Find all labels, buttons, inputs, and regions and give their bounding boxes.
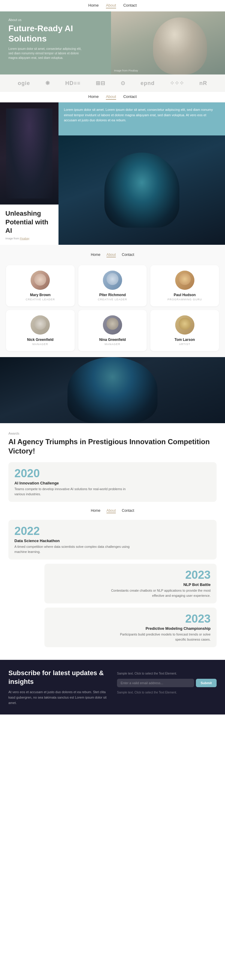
team-role-5: Artist <box>154 343 215 346</box>
award-card-0: 2020 AI Innovation Challenge Teams compe… <box>8 462 217 502</box>
hero-image-label: Image from Pixabay <box>114 69 138 72</box>
unleash-title: Unleashing Potential with AI <box>5 209 53 235</box>
team-role-3: Manager <box>10 343 71 346</box>
hero-label: About us <box>8 18 86 22</box>
unleash-title-area: Unleashing Potential with AI Image from … <box>0 205 59 245</box>
award-name-1: Data Science Hackathon <box>14 538 211 543</box>
team-role-2: Programming Guru <box>154 298 215 301</box>
award-desc-3: Participants build predictive models to … <box>109 632 211 642</box>
team-name-0: Mary Brown <box>10 293 71 297</box>
robot-visual-1 <box>0 102 59 205</box>
unleash-section: Unleashing Potential with AI Image from … <box>0 102 225 245</box>
award-nav-contact[interactable]: Contact <box>122 509 134 513</box>
award-year-3: 2023 <box>51 613 211 624</box>
award-year-1: 2022 <box>14 525 211 537</box>
team-name-5: Tom Larson <box>154 337 215 342</box>
subscribe-right: Sample text. Click to select the Text El… <box>117 669 217 705</box>
hero-text-block: About us Future-Ready AI Solutions Lorem… <box>8 18 86 60</box>
unleash-right: Lorem ipsum dolor sit amet. Lorem ipsum … <box>59 102 225 245</box>
award-card-2: 2023 NLP Bot Battle Contestants create c… <box>44 564 217 603</box>
robot-image-2 <box>59 135 225 245</box>
award-desc-0: Teams compete to develop innovative AI s… <box>14 487 135 496</box>
award-name-3: Predictive Modeling Championship <box>51 626 211 631</box>
award-card-3: 2023 Predictive Modeling Championship Pa… <box>44 608 217 647</box>
team-grid: Mary Brown Creative Leader Plter Richmon… <box>6 265 219 351</box>
nav-about[interactable]: About <box>106 3 116 8</box>
avatar-tom <box>175 315 194 334</box>
team-role-4: Manager <box>82 343 143 346</box>
nav-home[interactable]: Home <box>88 3 99 8</box>
award-card-1: 2022 Data Science Hackathon A timed comp… <box>8 520 217 560</box>
logo-ogie: ogie <box>18 80 30 86</box>
dark-robot-bg <box>0 357 225 423</box>
award-nav: Home About Contact <box>8 506 217 515</box>
avatar-mary <box>31 270 50 290</box>
award-nav-home[interactable]: Home <box>91 509 100 513</box>
team-card-1: Plter Richmond Creative Leader <box>78 265 147 306</box>
hero-description: Lorem ipsum dolor sit amet, consectetur … <box>8 46 86 60</box>
logo-epnd: epnd <box>140 80 155 86</box>
team-nav: Home About Contact <box>6 251 219 259</box>
subscribe-description: At vero eos et accusam et justo duo dolo… <box>8 690 108 705</box>
award-desc-1: A timed competition where data scientist… <box>14 544 135 554</box>
subscribe-form: Submit <box>117 679 217 687</box>
team-card-4: Nina Greenfield Manager <box>78 310 147 351</box>
team-name-4: Nina Greenfield <box>82 337 143 342</box>
team-section: Home About Contact Mary Brown Creative L… <box>0 245 225 357</box>
hero-title: Future-Ready AI Solutions <box>8 24 86 43</box>
award-desc-2: Contestants create chatbots or NLP appli… <box>109 588 211 598</box>
subscribe-sample-text-2: Sample text. Click to select the Text El… <box>117 691 217 694</box>
unleash-description: Lorem ipsum dolor sit amet. Lorem ipsum … <box>64 107 220 123</box>
team-role-0: Creative Leader <box>10 298 71 301</box>
robot-image-1 <box>0 102 59 205</box>
team-role-1: Creative Leader <box>82 298 143 301</box>
team-name-3: Nick Greenfield <box>10 337 71 342</box>
submit-button[interactable]: Submit <box>196 679 217 687</box>
hero-image: Image from Pixabay <box>111 11 225 75</box>
logo-strip: ogie ❋ HD≡≡ ⊞⊟ ⊙ epnd ⁘⁘⁘ nR <box>0 75 225 92</box>
subscribe-title: Subscribe for latest updates & insights <box>8 669 108 686</box>
hero-face <box>111 11 225 75</box>
nav2-home[interactable]: Home <box>88 94 99 100</box>
logo-circle: ⊙ <box>120 80 125 86</box>
team-card-0: Mary Brown Creative Leader <box>6 265 75 306</box>
logo-hd: HD≡≡ <box>65 80 81 86</box>
nav-contact[interactable]: Contact <box>123 3 137 8</box>
unleash-credit: Image from Pixabay <box>5 237 53 240</box>
logo-dots: ⁘⁘⁘ <box>170 80 184 86</box>
awards-title: AI Agency Triumphs in Prestigious Innova… <box>8 437 217 456</box>
award-nav-about[interactable]: About <box>106 509 116 513</box>
nav2-about[interactable]: About <box>106 94 116 100</box>
avatar-nina <box>103 315 122 334</box>
credit-link[interactable]: Pixabay <box>20 237 29 240</box>
subscribe-left: Subscribe for latest updates & insights … <box>8 669 108 705</box>
team-nav-home[interactable]: Home <box>91 253 100 258</box>
unleash-desc-box: Lorem ipsum dolor sit amet. Lorem ipsum … <box>59 102 225 135</box>
team-nav-contact[interactable]: Contact <box>122 253 134 258</box>
team-name-1: Plter Richmond <box>82 293 143 297</box>
logo-nr: nR <box>200 80 207 86</box>
subscribe-section: Subscribe for latest updates & insights … <box>0 660 225 714</box>
awards-label: Awards <box>8 431 217 435</box>
hero-section: About us Future-Ready AI Solutions Lorem… <box>0 11 225 75</box>
team-nav-about[interactable]: About <box>106 253 116 258</box>
award-name-0: AI Innovation Challenge <box>14 481 211 485</box>
subscribe-sample-text: Sample text. Click to select the Text El… <box>117 672 217 675</box>
award-year-2: 2023 <box>51 569 211 581</box>
robot-visual-2 <box>59 135 225 245</box>
secondary-nav: Home About Contact <box>0 92 225 102</box>
logo-flower: ❋ <box>45 80 50 86</box>
team-name-2: Paul Hudson <box>154 293 215 297</box>
nav2-contact[interactable]: Contact <box>123 94 137 100</box>
avatar-plter <box>103 270 122 290</box>
awards-section: Awards AI Agency Triumphs in Prestigious… <box>0 423 225 660</box>
main-nav: Home About Contact <box>0 0 225 11</box>
logo-grid: ⊞⊟ <box>96 80 105 86</box>
team-card-5: Tom Larson Artist <box>150 310 219 351</box>
team-card-2: Paul Hudson Programming Guru <box>150 265 219 306</box>
award-name-2: NLP Bot Battle <box>51 582 211 587</box>
email-input[interactable] <box>117 679 194 687</box>
award-year-0: 2020 <box>14 468 211 479</box>
team-card-3: Nick Greenfield Manager <box>6 310 75 351</box>
avatar-nick <box>31 315 50 334</box>
